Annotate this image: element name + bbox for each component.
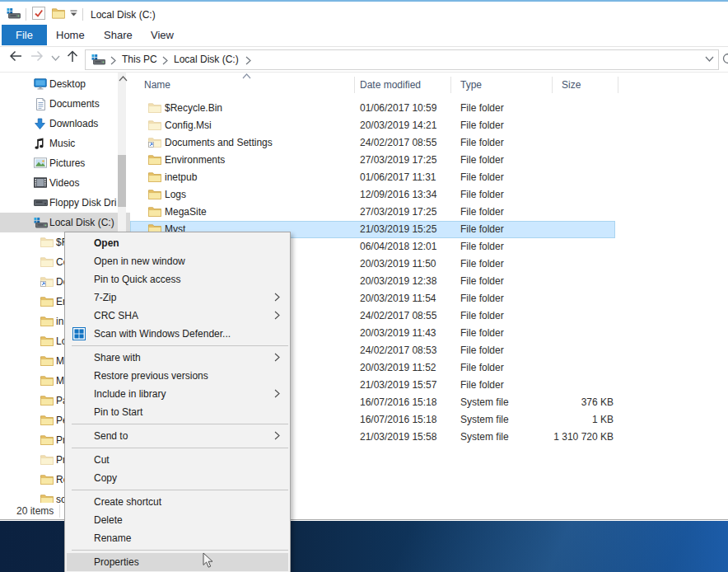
file-type: File folder	[460, 100, 504, 117]
menu-item-delete[interactable]: Delete	[67, 511, 288, 529]
file-name: inetpub	[165, 169, 197, 186]
file-row-config-msi[interactable]: Config.Msi20/03/2019 14:21File folder	[130, 117, 615, 134]
tab-file[interactable]: File	[2, 25, 47, 45]
folder-link-icon	[148, 137, 161, 148]
menu-item-properties[interactable]: Properties	[67, 553, 288, 571]
file-row-documents-and-settings[interactable]: Documents and Settings24/02/2017 08:55Fi…	[130, 134, 615, 152]
tab-home[interactable]: Home	[56, 25, 85, 45]
sidebar-item-documents[interactable]: Documents	[0, 94, 118, 114]
menu-separator	[65, 547, 290, 553]
header-separator-2[interactable]	[450, 77, 451, 93]
menu-item-create-shortcut[interactable]: Create shortcut	[67, 493, 288, 511]
file-type: System file	[460, 411, 509, 429]
address-bar[interactable]: This PC Local Disk (C:)	[85, 49, 719, 70]
menu-item-label: Pin to Start	[94, 406, 142, 418]
folder-icon	[40, 375, 54, 387]
folder-icon	[148, 154, 161, 166]
sidebar-item-label: Local Disk (C:)	[49, 213, 114, 232]
documents-icon	[34, 98, 47, 110]
menu-item-open-in-new-window[interactable]: Open in new window	[67, 252, 288, 270]
file-name: Documents and Settings	[165, 134, 273, 152]
menu-item-pin-to-quick-access[interactable]: Pin to Quick access	[67, 270, 288, 288]
file-name: MegaSite	[165, 204, 207, 221]
tab-share[interactable]: Share	[104, 25, 133, 45]
sidebar-item-local-disk-c[interactable]: Local Disk (C:)	[0, 213, 130, 232]
menu-item-share-with[interactable]: Share with	[67, 349, 288, 367]
menu-item-send-to[interactable]: Send to	[67, 427, 288, 445]
qat-separator	[26, 8, 26, 21]
ribbon-tab-bar: File Home Share View	[0, 25, 728, 47]
folder-icon	[148, 189, 161, 200]
folder-icon	[40, 454, 54, 466]
menu-item-label: Scan with Windows Defender...	[94, 328, 231, 340]
menu-item-copy[interactable]: Copy	[67, 469, 288, 487]
sidebar-item-pictures[interactable]: Pictures	[0, 153, 118, 173]
menu-item-cut[interactable]: Cut	[67, 451, 288, 469]
file-type: File folder	[460, 169, 504, 186]
sidebar-item-videos[interactable]: Videos	[0, 173, 118, 193]
sidebar-item-downloads[interactable]: Downloads	[0, 114, 118, 134]
column-header-size[interactable]: Size	[562, 79, 581, 91]
file-type: File folder	[460, 221, 504, 238]
file-row-inetpub[interactable]: inetpub01/06/2017 11:31File folder	[130, 169, 615, 186]
header-separator-3[interactable]	[552, 77, 553, 93]
column-header-date[interactable]: Date modified	[360, 79, 421, 91]
folder-icon	[148, 102, 161, 114]
folder-icon	[40, 237, 54, 248]
menu-item-include-in-library[interactable]: Include in library	[67, 385, 288, 403]
file-row-megasite[interactable]: MegaSite27/03/2019 17:25File folder	[130, 204, 615, 221]
menu-item-7-zip[interactable]: 7-Zip	[67, 288, 288, 307]
file-type: File folder	[460, 117, 504, 134]
file-type: File folder	[460, 256, 504, 273]
up-button[interactable]	[66, 49, 84, 68]
menu-separator	[65, 421, 290, 427]
recent-locations-dropdown[interactable]	[51, 55, 60, 61]
sidebar-item-desktop[interactable]: Desktop	[0, 74, 118, 94]
header-separator[interactable]	[354, 77, 355, 93]
menu-item-pin-to-start[interactable]: Pin to Start	[67, 403, 288, 421]
forward-button[interactable]	[30, 49, 48, 68]
header-separator-4[interactable]	[618, 77, 618, 93]
breadcrumb-this-pc[interactable]: This PC	[122, 54, 157, 65]
file-type: File folder	[460, 307, 504, 325]
menu-item-label: Copy	[94, 472, 117, 484]
folder-icon	[148, 206, 161, 218]
file-type: File folder	[460, 238, 504, 256]
menu-item-label: Share with	[94, 352, 141, 363]
breadcrumb-local-disk[interactable]: Local Disk (C:)	[174, 54, 239, 65]
column-header-type[interactable]: Type	[460, 79, 482, 91]
menu-item-rename[interactable]: Rename	[67, 529, 288, 547]
file-type: File folder	[460, 342, 504, 359]
desktop-icon	[34, 78, 47, 90]
menu-item-crc-sha[interactable]: CRC SHA	[67, 307, 288, 325]
qat-separator-2	[82, 8, 83, 21]
scrollbar-up-arrow[interactable]	[119, 76, 128, 82]
file-row-logs[interactable]: Logs12/09/2016 13:34File folder	[130, 186, 615, 204]
qat-properties-button[interactable]	[32, 7, 46, 21]
file-row-environments[interactable]: Environments27/03/2019 17:25File folder	[130, 152, 615, 169]
file-type: File folder	[460, 152, 504, 169]
submenu-arrow-icon	[274, 389, 280, 398]
sidebar-item-floppy-disk-dri[interactable]: Floppy Disk Dri	[0, 193, 118, 213]
file-date-modified: 16/07/2016 15:18	[360, 394, 436, 411]
menu-item-label: Include in library	[94, 388, 166, 400]
menu-separator	[65, 487, 290, 493]
qat-customize-dropdown[interactable]	[70, 10, 77, 17]
folder-icon	[40, 415, 54, 426]
menu-item-restore-previous-versions[interactable]: Restore previous versions	[67, 367, 288, 385]
tab-view[interactable]: View	[151, 25, 174, 45]
floppy-icon	[34, 197, 47, 209]
context-menu: OpenOpen in new windowPin to Quick acces…	[64, 232, 291, 572]
menu-item-scan-with-windows-defender[interactable]: Scan with Windows Defender...	[67, 325, 288, 343]
qat-new-folder-button[interactable]	[52, 7, 65, 19]
file-row-recycle-bin[interactable]: $Recycle.Bin01/06/2017 10:59File folder	[130, 100, 615, 117]
scrollbar-thumb[interactable]	[118, 155, 126, 207]
back-button[interactable]	[8, 49, 26, 68]
address-dropdown-button[interactable]	[705, 56, 714, 62]
file-type: System file	[460, 429, 509, 446]
menu-item-open[interactable]: Open	[67, 234, 288, 252]
sidebar-item-music[interactable]: Music	[0, 134, 118, 153]
column-header-name[interactable]: Name	[144, 79, 170, 91]
refresh-button[interactable]	[721, 52, 728, 65]
menu-item-label: Open in new window	[94, 256, 185, 267]
